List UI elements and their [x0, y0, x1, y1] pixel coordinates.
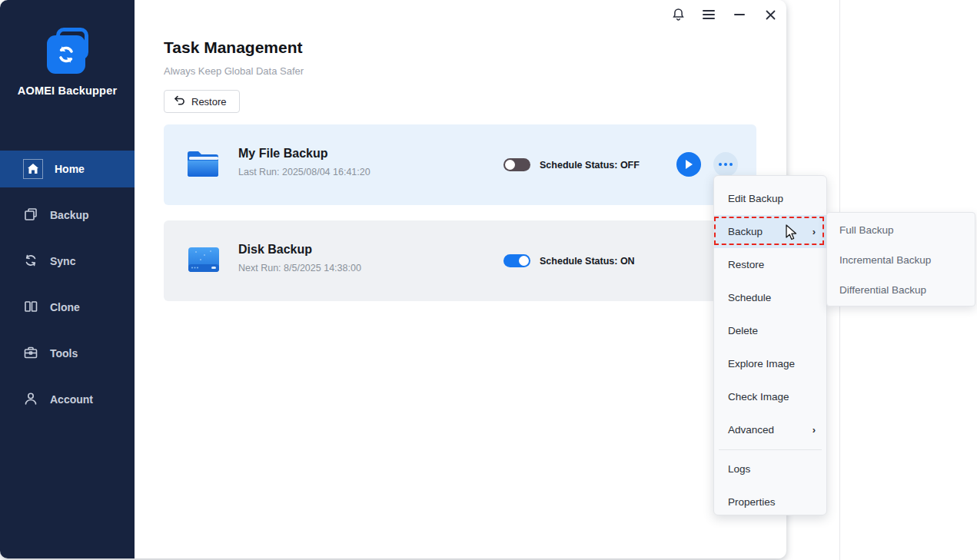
user-icon: [23, 391, 38, 409]
folder-icon: [185, 148, 221, 182]
minimize-button[interactable]: [730, 5, 749, 25]
close-button[interactable]: [761, 5, 779, 25]
schedule-status-group: Schedule Status: OFF: [503, 158, 640, 171]
menu-item-label: Logs: [728, 463, 750, 475]
menu-item-label: Explore Image: [728, 358, 795, 369]
schedule-status-label: Schedule Status: ON: [540, 256, 635, 267]
menu-item-label: Delete: [728, 325, 758, 336]
brand-name: AOMEI Backupper: [0, 84, 135, 97]
task-next-run: Next Run: 8/5/2025 14:38:00: [238, 263, 361, 273]
task-info: My File Backup Last Run: 2025/08/04 16:4…: [238, 147, 371, 177]
clone-icon: [23, 299, 38, 316]
sidebar-item-tools[interactable]: Tools: [0, 335, 135, 372]
restore-button-label: Restore: [191, 96, 227, 108]
task-card-disk-backup[interactable]: Disk Backup Next Run: 8/5/2025 14:38:00 …: [164, 220, 756, 301]
menu-item-explore-image[interactable]: Explore Image: [714, 347, 826, 380]
restore-button[interactable]: Restore: [164, 90, 240, 113]
sidebar-item-label: Home: [55, 163, 85, 175]
undo-arrow-icon: [174, 95, 185, 108]
task-name: Disk Backup: [238, 243, 361, 257]
menu-item-logs[interactable]: Logs: [714, 452, 826, 485]
task-info: Disk Backup Next Run: 8/5/2025 14:38:00: [238, 243, 361, 273]
chevron-right-icon: ›: [813, 424, 816, 436]
menu-item-label: Backup: [728, 226, 763, 237]
submenu-item-differential-backup[interactable]: Differential Backup: [827, 275, 975, 305]
sync-icon: [23, 253, 38, 270]
submenu-item-label: Differential Backup: [839, 284, 926, 296]
menu-item-backup[interactable]: Backup ›: [714, 215, 826, 248]
menu-item-label: Check Image: [728, 391, 789, 403]
aomei-logo-icon: [42, 28, 93, 75]
task-card-my-file-backup[interactable]: My File Backup Last Run: 2025/08/04 16:4…: [164, 124, 756, 205]
menu-item-check-image[interactable]: Check Image: [714, 380, 826, 413]
task-context-menu: Edit Backup Backup › Restore Schedule De…: [713, 175, 827, 515]
notification-bell-icon[interactable]: [669, 5, 687, 25]
desktop: AOMEI Backupper Home: [0, 0, 977, 560]
submenu-item-full-backup[interactable]: Full Backup: [827, 215, 975, 245]
menu-item-properties[interactable]: Properties: [714, 485, 826, 519]
sidebar-item-label: Clone: [50, 301, 80, 313]
disk-icon: [185, 244, 222, 278]
sidebar-item-account[interactable]: Account: [0, 381, 135, 418]
task-name: My File Backup: [238, 147, 371, 161]
menu-item-edit-backup[interactable]: Edit Backup: [714, 182, 826, 215]
menu-item-label: Properties: [728, 496, 776, 508]
schedule-toggle[interactable]: [503, 158, 530, 171]
sync-arrows-icon: [55, 44, 77, 65]
toolbox-icon: [23, 345, 38, 363]
backup-copy-icon: [23, 207, 38, 224]
play-icon: [684, 159, 693, 170]
page-title: Task Management: [164, 38, 303, 57]
sidebar-item-sync[interactable]: Sync: [0, 243, 135, 280]
sidebar-item-label: Backup: [50, 209, 89, 221]
more-options-button[interactable]: [713, 152, 738, 177]
schedule-status-label: Schedule Status: OFF: [540, 160, 640, 171]
sidebar-item-backup[interactable]: Backup: [0, 197, 135, 234]
chevron-right-icon: ›: [813, 226, 816, 237]
run-backup-button[interactable]: [676, 152, 701, 177]
menu-item-label: Restore: [728, 259, 764, 270]
backup-submenu: Full Backup Incremental Backup Different…: [826, 212, 975, 307]
menu-item-schedule[interactable]: Schedule: [714, 281, 826, 314]
sidebar: AOMEI Backupper Home: [0, 0, 135, 558]
hamburger-menu-icon[interactable]: [700, 5, 718, 25]
aomei-backupper-window: AOMEI Backupper Home: [0, 0, 786, 558]
submenu-item-incremental-backup[interactable]: Incremental Backup: [827, 245, 975, 275]
sidebar-nav: Home Backup: [0, 151, 135, 418]
schedule-status-group: Schedule Status: ON: [503, 254, 635, 267]
main-content: Task Management Always Keep Global Data …: [135, 0, 786, 558]
menu-item-restore[interactable]: Restore: [714, 248, 826, 281]
menu-item-advanced[interactable]: Advanced ›: [714, 413, 826, 446]
home-icon: [23, 159, 43, 179]
brand: AOMEI Backupper: [0, 28, 135, 97]
menu-item-label: Schedule: [728, 292, 771, 303]
submenu-item-label: Incremental Backup: [839, 254, 931, 266]
sidebar-item-clone[interactable]: Clone: [0, 289, 135, 326]
sidebar-item-label: Tools: [50, 347, 78, 360]
submenu-item-label: Full Backup: [839, 224, 894, 236]
sidebar-item-label: Account: [50, 393, 93, 406]
schedule-toggle[interactable]: [503, 254, 530, 267]
task-last-run: Last Run: 2025/08/04 16:41:20: [238, 167, 371, 177]
menu-item-label: Edit Backup: [728, 193, 783, 204]
window-controls: [669, 5, 779, 25]
page-subtitle: Always Keep Global Data Safer: [164, 65, 304, 77]
menu-divider: [719, 449, 822, 450]
sidebar-item-home[interactable]: Home: [0, 151, 135, 187]
menu-item-label: Advanced: [728, 424, 774, 436]
sidebar-item-label: Sync: [50, 255, 75, 267]
menu-item-delete[interactable]: Delete: [714, 314, 826, 347]
